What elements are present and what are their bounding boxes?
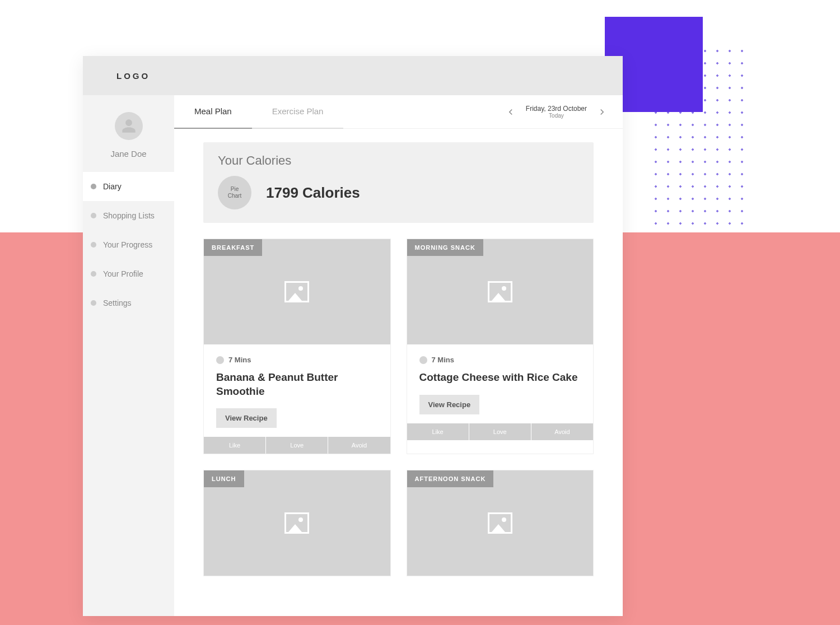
sidebar-item-diary[interactable]: Diary: [83, 172, 174, 201]
app-window: LOGO Jane Doe Diary Shopping Lists: [83, 56, 623, 616]
avatar-icon: [121, 118, 137, 134]
tab-meal-plan[interactable]: Meal Plan: [174, 95, 252, 129]
tabs-row: Meal Plan Exercise Plan Friday, 23rd Oct…: [174, 95, 623, 129]
action-like[interactable]: Like: [407, 423, 469, 440]
bullet-icon: [91, 242, 96, 248]
meal-time-text: 7 Mins: [228, 356, 251, 364]
user-name: Jane Doe: [83, 149, 174, 158]
meal-badge: MORNING SNACK: [407, 239, 483, 256]
action-avoid[interactable]: Avoid: [328, 437, 390, 454]
meal-body: 7 Mins Cottage Cheese with Rice Cake Vie…: [407, 344, 594, 423]
sidebar-item-settings[interactable]: Settings: [83, 288, 174, 318]
sidebar-item-shopping-lists[interactable]: Shopping Lists: [83, 201, 174, 230]
bullet-icon: [91, 213, 96, 218]
sidebar-item-label: Diary: [103, 182, 122, 191]
tab-exercise-plan[interactable]: Exercise Plan: [252, 95, 344, 129]
meal-image: LUNCH: [204, 470, 390, 576]
date-full: Friday, 23rd October: [526, 105, 587, 113]
meal-body: 7 Mins Banana & Peanut Butter Smoothie V…: [204, 344, 390, 437]
meal-card-lunch: LUNCH: [203, 470, 391, 576]
chevron-left-icon: [506, 107, 516, 117]
sidebar: Jane Doe Diary Shopping Lists Your Progr…: [83, 95, 174, 616]
top-bar: LOGO: [83, 56, 623, 95]
view-recipe-button[interactable]: View Recipe: [216, 408, 277, 428]
sidebar-nav: Diary Shopping Lists Your Progress Your …: [83, 172, 174, 318]
calories-value: 1799 Calories: [266, 184, 360, 202]
meals-grid: BREAKFAST 7 Mins Banana & Peanut Butter …: [203, 239, 594, 576]
pie-chart-label: Pie: [231, 186, 239, 193]
date-display: Friday, 23rd October Today: [526, 105, 587, 119]
meal-badge: BREAKFAST: [204, 239, 262, 256]
date-navigator: Friday, 23rd October Today: [506, 105, 607, 119]
meal-badge: AFTERNOON SNACK: [407, 470, 494, 487]
action-like[interactable]: Like: [204, 437, 266, 454]
pie-chart-label: Chart: [228, 193, 241, 199]
image-placeholder-icon: [284, 281, 309, 302]
clock-icon: [216, 356, 224, 364]
profile-block: Jane Doe: [83, 95, 174, 172]
bullet-icon: [91, 271, 96, 277]
meal-card-afternoon-snack: AFTERNOON SNACK: [407, 470, 594, 576]
sidebar-item-label: Settings: [103, 298, 132, 307]
sidebar-item-label: Shopping Lists: [103, 211, 155, 220]
prev-day-button[interactable]: [506, 107, 516, 117]
main-content: Meal Plan Exercise Plan Friday, 23rd Oct…: [174, 95, 623, 616]
date-sub: Today: [526, 113, 587, 119]
image-placeholder-icon: [488, 512, 512, 534]
meal-image: AFTERNOON SNACK: [407, 470, 594, 576]
sidebar-item-your-progress[interactable]: Your Progress: [83, 230, 174, 259]
meal-image: MORNING SNACK: [407, 239, 594, 344]
meal-time-text: 7 Mins: [432, 356, 454, 364]
action-love[interactable]: Love: [266, 437, 328, 454]
calories-heading: Your Calories: [218, 153, 579, 168]
sidebar-item-label: Your Progress: [103, 240, 152, 249]
content-area: Your Calories Pie Chart 1799 Calories BR…: [174, 129, 623, 590]
clock-icon: [419, 356, 427, 364]
calories-panel: Your Calories Pie Chart 1799 Calories: [203, 142, 594, 223]
meal-actions: Like Love Avoid: [407, 423, 594, 440]
meal-badge: LUNCH: [204, 470, 244, 487]
meal-title: Banana & Peanut Butter Smoothie: [216, 371, 378, 398]
pie-chart-placeholder: Pie Chart: [218, 176, 251, 209]
meal-time: 7 Mins: [216, 356, 378, 364]
sidebar-item-label: Your Profile: [103, 269, 143, 278]
next-day-button[interactable]: [597, 107, 607, 117]
meal-title: Cottage Cheese with Rice Cake: [419, 371, 581, 385]
avatar[interactable]: [115, 112, 143, 140]
action-avoid[interactable]: Avoid: [531, 423, 593, 440]
meal-time: 7 Mins: [419, 356, 581, 364]
tabs: Meal Plan Exercise Plan: [174, 95, 343, 129]
action-love[interactable]: Love: [469, 423, 531, 440]
image-placeholder-icon: [488, 281, 512, 302]
image-placeholder-icon: [284, 512, 309, 534]
logo: LOGO: [116, 71, 150, 81]
meal-image: BREAKFAST: [204, 239, 390, 344]
view-recipe-button[interactable]: View Recipe: [419, 395, 480, 414]
calories-row: Pie Chart 1799 Calories: [218, 176, 579, 209]
meal-card-morning-snack: MORNING SNACK 7 Mins Cottage Cheese with…: [407, 239, 594, 454]
meal-card-breakfast: BREAKFAST 7 Mins Banana & Peanut Butter …: [203, 239, 391, 454]
chevron-right-icon: [597, 107, 607, 117]
bullet-icon: [91, 300, 96, 306]
sidebar-item-your-profile[interactable]: Your Profile: [83, 259, 174, 288]
meal-actions: Like Love Avoid: [204, 437, 390, 454]
bullet-icon: [91, 184, 96, 189]
